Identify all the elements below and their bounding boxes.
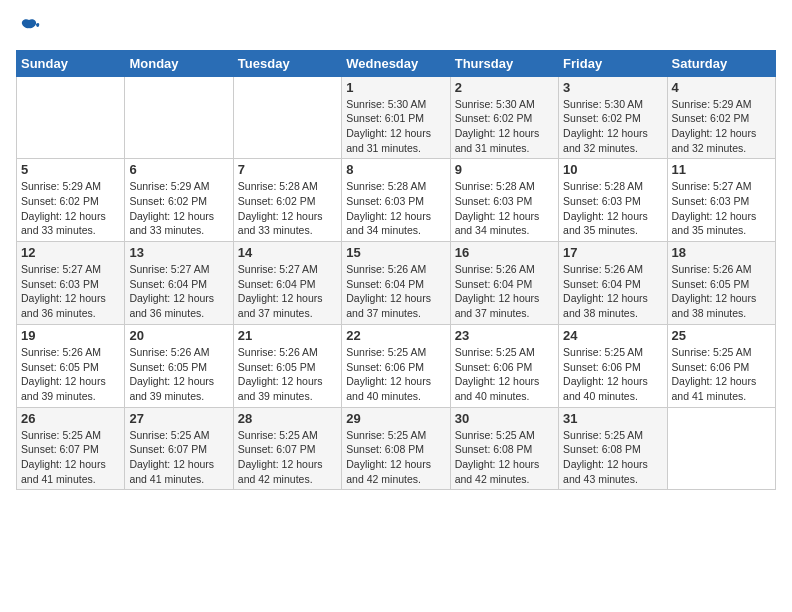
day-number: 22 <box>346 328 445 343</box>
day-info: Sunrise: 5:27 AM Sunset: 6:04 PM Dayligh… <box>238 262 337 321</box>
calendar-week-row: 19Sunrise: 5:26 AM Sunset: 6:05 PM Dayli… <box>17 324 776 407</box>
day-number: 11 <box>672 162 771 177</box>
day-info: Sunrise: 5:28 AM Sunset: 6:02 PM Dayligh… <box>238 179 337 238</box>
day-number: 12 <box>21 245 120 260</box>
calendar-cell: 23Sunrise: 5:25 AM Sunset: 6:06 PM Dayli… <box>450 324 558 407</box>
calendar-week-row: 5Sunrise: 5:29 AM Sunset: 6:02 PM Daylig… <box>17 159 776 242</box>
calendar-cell: 12Sunrise: 5:27 AM Sunset: 6:03 PM Dayli… <box>17 242 125 325</box>
day-number: 23 <box>455 328 554 343</box>
day-info: Sunrise: 5:25 AM Sunset: 6:07 PM Dayligh… <box>21 428 120 487</box>
day-number: 1 <box>346 80 445 95</box>
day-number: 30 <box>455 411 554 426</box>
calendar-cell: 20Sunrise: 5:26 AM Sunset: 6:05 PM Dayli… <box>125 324 233 407</box>
weekday-header-thursday: Thursday <box>450 50 558 76</box>
calendar-week-row: 1Sunrise: 5:30 AM Sunset: 6:01 PM Daylig… <box>17 76 776 159</box>
day-info: Sunrise: 5:26 AM Sunset: 6:05 PM Dayligh… <box>238 345 337 404</box>
day-info: Sunrise: 5:25 AM Sunset: 6:06 PM Dayligh… <box>346 345 445 404</box>
calendar-cell: 11Sunrise: 5:27 AM Sunset: 6:03 PM Dayli… <box>667 159 775 242</box>
calendar-cell: 7Sunrise: 5:28 AM Sunset: 6:02 PM Daylig… <box>233 159 341 242</box>
calendar-cell <box>17 76 125 159</box>
weekday-header-monday: Monday <box>125 50 233 76</box>
calendar-cell: 4Sunrise: 5:29 AM Sunset: 6:02 PM Daylig… <box>667 76 775 159</box>
day-info: Sunrise: 5:26 AM Sunset: 6:04 PM Dayligh… <box>346 262 445 321</box>
day-info: Sunrise: 5:26 AM Sunset: 6:05 PM Dayligh… <box>21 345 120 404</box>
calendar-cell: 9Sunrise: 5:28 AM Sunset: 6:03 PM Daylig… <box>450 159 558 242</box>
calendar-cell: 27Sunrise: 5:25 AM Sunset: 6:07 PM Dayli… <box>125 407 233 490</box>
calendar-cell: 29Sunrise: 5:25 AM Sunset: 6:08 PM Dayli… <box>342 407 450 490</box>
logo <box>16 16 40 42</box>
calendar-week-row: 12Sunrise: 5:27 AM Sunset: 6:03 PM Dayli… <box>17 242 776 325</box>
calendar-cell: 22Sunrise: 5:25 AM Sunset: 6:06 PM Dayli… <box>342 324 450 407</box>
weekday-header-sunday: Sunday <box>17 50 125 76</box>
day-number: 7 <box>238 162 337 177</box>
calendar-cell: 10Sunrise: 5:28 AM Sunset: 6:03 PM Dayli… <box>559 159 667 242</box>
day-number: 24 <box>563 328 662 343</box>
day-info: Sunrise: 5:25 AM Sunset: 6:08 PM Dayligh… <box>346 428 445 487</box>
day-number: 9 <box>455 162 554 177</box>
day-number: 13 <box>129 245 228 260</box>
calendar-cell: 30Sunrise: 5:25 AM Sunset: 6:08 PM Dayli… <box>450 407 558 490</box>
day-number: 17 <box>563 245 662 260</box>
day-number: 8 <box>346 162 445 177</box>
day-number: 10 <box>563 162 662 177</box>
calendar-cell: 16Sunrise: 5:26 AM Sunset: 6:04 PM Dayli… <box>450 242 558 325</box>
day-number: 29 <box>346 411 445 426</box>
day-info: Sunrise: 5:25 AM Sunset: 6:07 PM Dayligh… <box>129 428 228 487</box>
calendar-cell: 13Sunrise: 5:27 AM Sunset: 6:04 PM Dayli… <box>125 242 233 325</box>
calendar-cell: 17Sunrise: 5:26 AM Sunset: 6:04 PM Dayli… <box>559 242 667 325</box>
day-info: Sunrise: 5:27 AM Sunset: 6:04 PM Dayligh… <box>129 262 228 321</box>
day-number: 26 <box>21 411 120 426</box>
weekday-header-friday: Friday <box>559 50 667 76</box>
day-number: 27 <box>129 411 228 426</box>
day-number: 14 <box>238 245 337 260</box>
day-info: Sunrise: 5:29 AM Sunset: 6:02 PM Dayligh… <box>672 97 771 156</box>
calendar-cell: 28Sunrise: 5:25 AM Sunset: 6:07 PM Dayli… <box>233 407 341 490</box>
calendar-cell: 5Sunrise: 5:29 AM Sunset: 6:02 PM Daylig… <box>17 159 125 242</box>
day-info: Sunrise: 5:26 AM Sunset: 6:05 PM Dayligh… <box>672 262 771 321</box>
day-number: 2 <box>455 80 554 95</box>
day-info: Sunrise: 5:25 AM Sunset: 6:06 PM Dayligh… <box>563 345 662 404</box>
day-number: 4 <box>672 80 771 95</box>
day-info: Sunrise: 5:29 AM Sunset: 6:02 PM Dayligh… <box>21 179 120 238</box>
day-info: Sunrise: 5:26 AM Sunset: 6:04 PM Dayligh… <box>455 262 554 321</box>
calendar-cell: 25Sunrise: 5:25 AM Sunset: 6:06 PM Dayli… <box>667 324 775 407</box>
calendar-week-row: 26Sunrise: 5:25 AM Sunset: 6:07 PM Dayli… <box>17 407 776 490</box>
day-number: 31 <box>563 411 662 426</box>
day-info: Sunrise: 5:26 AM Sunset: 6:04 PM Dayligh… <box>563 262 662 321</box>
day-number: 28 <box>238 411 337 426</box>
weekday-header-tuesday: Tuesday <box>233 50 341 76</box>
calendar-cell: 26Sunrise: 5:25 AM Sunset: 6:07 PM Dayli… <box>17 407 125 490</box>
day-info: Sunrise: 5:28 AM Sunset: 6:03 PM Dayligh… <box>455 179 554 238</box>
calendar-cell: 2Sunrise: 5:30 AM Sunset: 6:02 PM Daylig… <box>450 76 558 159</box>
calendar-cell: 3Sunrise: 5:30 AM Sunset: 6:02 PM Daylig… <box>559 76 667 159</box>
calendar-cell: 15Sunrise: 5:26 AM Sunset: 6:04 PM Dayli… <box>342 242 450 325</box>
day-number: 18 <box>672 245 771 260</box>
day-info: Sunrise: 5:25 AM Sunset: 6:08 PM Dayligh… <box>563 428 662 487</box>
day-info: Sunrise: 5:25 AM Sunset: 6:08 PM Dayligh… <box>455 428 554 487</box>
calendar-cell: 21Sunrise: 5:26 AM Sunset: 6:05 PM Dayli… <box>233 324 341 407</box>
day-info: Sunrise: 5:30 AM Sunset: 6:02 PM Dayligh… <box>455 97 554 156</box>
day-number: 19 <box>21 328 120 343</box>
calendar-cell: 18Sunrise: 5:26 AM Sunset: 6:05 PM Dayli… <box>667 242 775 325</box>
day-number: 15 <box>346 245 445 260</box>
calendar-table: SundayMondayTuesdayWednesdayThursdayFrid… <box>16 50 776 491</box>
day-number: 5 <box>21 162 120 177</box>
calendar-cell: 19Sunrise: 5:26 AM Sunset: 6:05 PM Dayli… <box>17 324 125 407</box>
weekday-header-row: SundayMondayTuesdayWednesdayThursdayFrid… <box>17 50 776 76</box>
day-info: Sunrise: 5:27 AM Sunset: 6:03 PM Dayligh… <box>672 179 771 238</box>
calendar-cell: 8Sunrise: 5:28 AM Sunset: 6:03 PM Daylig… <box>342 159 450 242</box>
day-info: Sunrise: 5:29 AM Sunset: 6:02 PM Dayligh… <box>129 179 228 238</box>
day-info: Sunrise: 5:26 AM Sunset: 6:05 PM Dayligh… <box>129 345 228 404</box>
day-info: Sunrise: 5:28 AM Sunset: 6:03 PM Dayligh… <box>346 179 445 238</box>
header <box>16 16 776 42</box>
calendar-cell: 14Sunrise: 5:27 AM Sunset: 6:04 PM Dayli… <box>233 242 341 325</box>
day-info: Sunrise: 5:30 AM Sunset: 6:01 PM Dayligh… <box>346 97 445 156</box>
logo-bird-icon <box>18 16 40 42</box>
weekday-header-saturday: Saturday <box>667 50 775 76</box>
day-info: Sunrise: 5:30 AM Sunset: 6:02 PM Dayligh… <box>563 97 662 156</box>
day-number: 21 <box>238 328 337 343</box>
day-info: Sunrise: 5:25 AM Sunset: 6:06 PM Dayligh… <box>672 345 771 404</box>
calendar-cell: 1Sunrise: 5:30 AM Sunset: 6:01 PM Daylig… <box>342 76 450 159</box>
calendar-cell <box>667 407 775 490</box>
day-info: Sunrise: 5:25 AM Sunset: 6:06 PM Dayligh… <box>455 345 554 404</box>
